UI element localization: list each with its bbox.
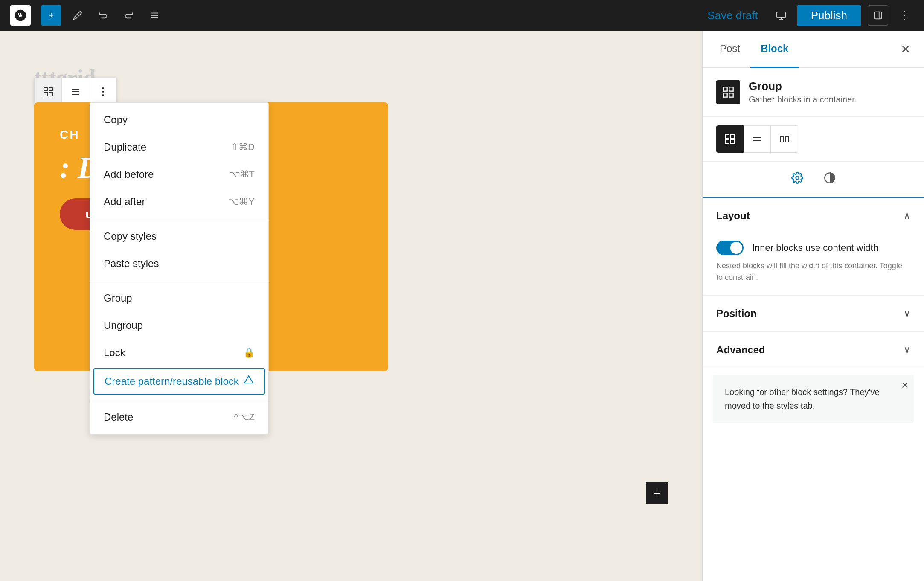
block-info: Group Gather blocks in a container. — [703, 68, 924, 117]
publish-button[interactable]: Publish — [797, 5, 861, 26]
svg-rect-26 — [726, 140, 729, 143]
tools-button[interactable] — [68, 6, 87, 25]
tab-post[interactable]: Post — [709, 31, 750, 68]
layout-section-header[interactable]: Layout ∧ — [703, 198, 924, 234]
block-style-row — [703, 117, 924, 162]
styles-tab-button[interactable] — [820, 168, 839, 190]
style-btn-split[interactable] — [771, 125, 798, 153]
block-select-button[interactable] — [35, 78, 62, 105]
svg-point-32 — [796, 177, 799, 180]
sidebar: Post Block ✕ Group Gather blocks in a co… — [702, 31, 924, 581]
position-section-header[interactable]: Position ∨ — [703, 296, 924, 331]
preview-button[interactable] — [772, 6, 790, 25]
svg-rect-25 — [731, 135, 734, 138]
sidebar-tabs: Post Block ✕ — [703, 31, 924, 68]
layout-content: Inner blocks use content width Nested bl… — [703, 234, 924, 295]
block-more-button[interactable] — [89, 78, 116, 105]
block-desc-label: Gather blocks in a container. — [749, 95, 857, 105]
svg-rect-20 — [723, 87, 727, 91]
menu-section-delete: Delete ^⌥Z — [90, 400, 268, 434]
add-block-button[interactable]: + — [41, 5, 61, 26]
sidebar-toggle-button[interactable] — [868, 5, 888, 26]
inner-blocks-toggle[interactable] — [716, 241, 744, 255]
copy-styles-menu-item[interactable]: Copy styles — [90, 223, 268, 250]
style-btn-group[interactable] — [716, 125, 744, 153]
inner-blocks-toggle-row: Inner blocks use content width — [716, 241, 910, 255]
block-settings-tooltip: Looking for other block settings? They'v… — [713, 375, 914, 423]
block-toolbar — [34, 78, 117, 106]
svg-rect-22 — [723, 93, 727, 97]
save-draft-button[interactable]: Save draft — [700, 6, 765, 26]
tooltip-text: Looking for other block settings? They'v… — [725, 387, 880, 410]
canvas: tttgrid Copy Duplicate ⇧⌘D — [0, 31, 702, 581]
block-text: Group Gather blocks in a container. — [749, 80, 857, 105]
main-area: tttgrid Copy Duplicate ⇧⌘D — [0, 31, 924, 581]
settings-tab-button[interactable] — [788, 168, 807, 190]
layout-section-title: Layout — [716, 210, 750, 222]
menu-section-styles: Copy styles Paste styles — [90, 219, 268, 281]
position-chevron-down-icon: ∨ — [904, 308, 910, 319]
tab-block[interactable]: Block — [750, 31, 799, 68]
create-pattern-menu-item[interactable]: Create pattern/reusable block — [93, 368, 265, 395]
lock-menu-item[interactable]: Lock 🔒 — [90, 339, 268, 366]
svg-point-18 — [102, 94, 104, 96]
style-btn-align-center[interactable] — [744, 125, 771, 153]
advanced-section-title: Advanced — [716, 344, 765, 356]
block-icon — [716, 80, 740, 104]
group-menu-item[interactable]: Group — [90, 285, 268, 312]
duplicate-menu-item[interactable]: Duplicate ⇧⌘D — [90, 134, 268, 161]
paste-styles-menu-item[interactable]: Paste styles — [90, 250, 268, 277]
svg-point-16 — [102, 87, 104, 89]
svg-marker-19 — [244, 376, 253, 383]
position-section: Position ∨ — [703, 296, 924, 332]
sidebar-close-button[interactable]: ✕ — [894, 31, 917, 67]
advanced-section-header[interactable]: Advanced ∨ — [703, 332, 924, 368]
svg-rect-21 — [729, 87, 733, 91]
svg-rect-24 — [726, 135, 729, 138]
add-block-canvas-button[interactable]: + — [646, 482, 668, 504]
block-align-button[interactable] — [62, 78, 89, 105]
tooltip-close-button[interactable]: ✕ — [901, 380, 909, 391]
redo-button[interactable] — [119, 6, 138, 25]
more-options-button[interactable]: ⋮ — [895, 6, 914, 25]
svg-rect-12 — [49, 93, 52, 96]
svg-rect-9 — [44, 87, 47, 91]
undo-button[interactable] — [94, 6, 113, 25]
add-before-menu-item[interactable]: Add before ⌥⌘T — [90, 161, 268, 188]
inner-blocks-toggle-label: Inner blocks use content width — [752, 242, 878, 253]
lock-icon: 🔒 — [243, 347, 255, 358]
advanced-section: Advanced ∨ — [703, 332, 924, 368]
svg-rect-23 — [729, 93, 733, 97]
delete-menu-item[interactable]: Delete ^⌥Z — [90, 404, 268, 431]
toggle-knob — [730, 242, 742, 254]
settings-style-tabs — [703, 162, 924, 198]
ungroup-menu-item[interactable]: Ungroup — [90, 312, 268, 339]
svg-rect-27 — [731, 140, 734, 143]
layout-chevron-up-icon: ∧ — [904, 210, 910, 221]
wp-logo[interactable] — [10, 5, 31, 26]
advanced-chevron-down-icon: ∨ — [904, 344, 910, 355]
inner-blocks-toggle-desc: Nested blocks will fill the width of thi… — [716, 260, 910, 283]
layout-section: Layout ∧ Inner blocks use content width … — [703, 198, 924, 296]
svg-rect-11 — [44, 93, 47, 96]
context-menu: Copy Duplicate ⇧⌘D Add before ⌥⌘T Add af… — [90, 102, 269, 435]
svg-rect-7 — [875, 12, 882, 19]
pattern-icon — [244, 375, 254, 388]
add-after-menu-item[interactable]: Add after ⌥⌘Y — [90, 188, 268, 215]
menu-section-structure: Group Ungroup Lock 🔒 Create pattern/reus… — [90, 281, 268, 400]
svg-point-17 — [102, 91, 104, 93]
copy-menu-item[interactable]: Copy — [90, 106, 268, 134]
position-section-title: Position — [716, 308, 757, 320]
menu-section-basic: Copy Duplicate ⇧⌘D Add before ⌥⌘T Add af… — [90, 103, 268, 219]
topbar: + Save draft Publish ⋮ — [0, 0, 924, 31]
svg-rect-10 — [49, 87, 52, 91]
svg-rect-4 — [777, 12, 785, 18]
svg-rect-31 — [785, 136, 789, 142]
svg-rect-30 — [780, 136, 784, 142]
block-name-label: Group — [749, 80, 857, 93]
list-view-button[interactable] — [145, 6, 164, 25]
